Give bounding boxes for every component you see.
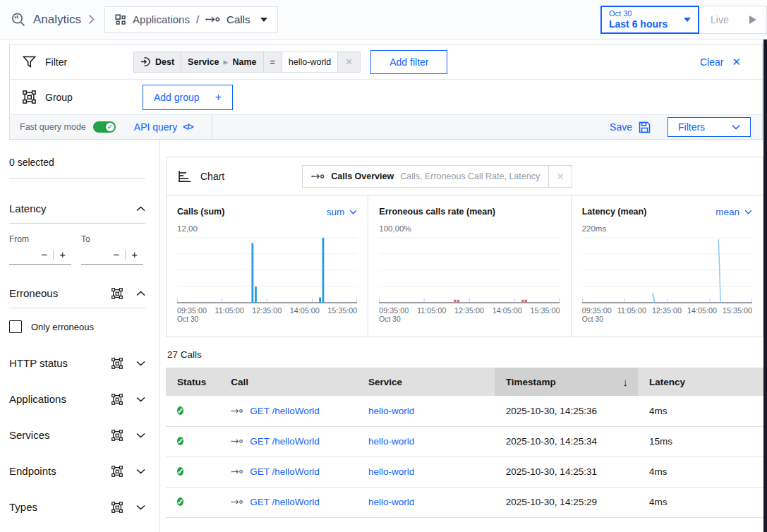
chevron-down-icon[interactable] xyxy=(136,504,145,510)
chevron-right-small-icon: ▶ xyxy=(224,59,229,66)
call-link[interactable]: GET /helloWorld xyxy=(250,497,320,507)
chart-chip-desc: Calls, Erroneous Call Rate, Latency xyxy=(400,171,540,181)
calls-arrow-icon xyxy=(205,16,220,23)
y-axis-max-label: 100,00% xyxy=(379,224,560,235)
divider xyxy=(9,308,145,308)
latency-chart-plot[interactable] xyxy=(582,235,752,304)
column-header-timestamp[interactable]: Timestamp ↓ xyxy=(495,368,638,396)
table-row[interactable]: ✓ GET /helloWorld hello-world 2025-10-30… xyxy=(166,426,763,457)
column-header-call[interactable]: Call xyxy=(219,368,357,396)
x-tick-label: 12:35:00 xyxy=(652,306,682,315)
increment-icon[interactable]: + xyxy=(126,249,143,260)
table-row[interactable]: ✓ GET /helloWorld hello-world 2025-10-30… xyxy=(166,457,763,487)
sidebar-section-http-status[interactable]: HTTP status xyxy=(9,357,145,369)
add-group-button[interactable]: Add group + xyxy=(143,85,233,110)
erroneous-chart-plot[interactable] xyxy=(379,235,560,304)
latency-chart-title: Latency (mean) xyxy=(582,207,716,217)
group-icon[interactable] xyxy=(111,502,123,513)
column-header-latency[interactable]: Latency xyxy=(638,368,763,396)
calls-table: Status Call Service Timestamp ↓ Latency … xyxy=(166,368,763,518)
clear-label: Clear xyxy=(700,56,723,68)
aggregation-value: mean xyxy=(715,207,739,217)
plus-icon: + xyxy=(215,91,222,104)
save-button[interactable]: Save xyxy=(610,121,651,133)
add-filter-button[interactable]: Add filter xyxy=(370,50,447,74)
call-link[interactable]: GET /helloWorld xyxy=(250,436,320,447)
x-axis-labels: 09:35:0011:05:0012:35:0014:05:0015:35:00 xyxy=(177,306,357,315)
top-header: Analytics Applications / Calls Oct 30 La… xyxy=(0,0,767,40)
sidebar-section-types[interactable]: Types xyxy=(9,501,145,513)
chevron-up-icon[interactable] xyxy=(136,291,145,296)
breadcrumb-section: Applications xyxy=(133,13,190,25)
breadcrumb[interactable]: Applications / Calls xyxy=(104,6,278,33)
breadcrumb-slash: / xyxy=(196,13,199,25)
decrement-icon[interactable]: − xyxy=(35,249,53,260)
timestamp-cell: 2025-10-30, 14:25:29 xyxy=(495,487,638,517)
section-label: Services xyxy=(9,429,111,441)
filter-chip[interactable]: Dest Service ▶ Name = hello-world ✕ xyxy=(133,52,361,73)
service-link[interactable]: hello-world xyxy=(368,406,414,416)
x-tick-label: 15:35:00 xyxy=(531,306,560,315)
latency-cell: 15ms xyxy=(638,426,763,457)
chart-chip-remove-icon[interactable]: ✕ xyxy=(548,166,572,187)
erroneous-chart-title: Erroneous calls rate (mean) xyxy=(379,207,560,217)
only-erroneous-checkbox[interactable] xyxy=(9,320,22,333)
latency-from-input[interactable] xyxy=(11,250,35,260)
column-header-status[interactable]: Status xyxy=(166,368,219,396)
to-label: To xyxy=(81,234,143,244)
increment-icon[interactable]: + xyxy=(54,249,71,260)
filter-chip-value[interactable]: hello-world xyxy=(282,52,338,72)
clear-filters[interactable]: Clear ✕ xyxy=(700,56,741,68)
live-button[interactable]: Live xyxy=(699,6,767,34)
x-tick-label: 09:35:00 xyxy=(177,306,207,315)
sidebar-section-applications[interactable]: Applications xyxy=(9,393,145,405)
group-row: Group Add group + xyxy=(10,80,762,115)
chevron-down-icon[interactable] xyxy=(136,468,145,474)
latency-to-input[interactable] xyxy=(83,250,107,260)
service-link[interactable]: hello-world xyxy=(368,466,414,477)
sidebar-section-endpoints[interactable]: Endpoints xyxy=(9,465,145,477)
latency-aggregation-dropdown[interactable]: mean xyxy=(715,207,752,217)
group-icon[interactable] xyxy=(111,394,123,405)
sidebar-section-services[interactable]: Services xyxy=(9,429,145,441)
calls-chart-plot[interactable] xyxy=(177,235,357,304)
time-range-picker[interactable]: Oct 30 Last 6 hours xyxy=(600,6,699,34)
api-query-link[interactable]: API query </> xyxy=(134,121,193,133)
table-row[interactable]: ✓ GET /helloWorld hello-world 2025-10-30… xyxy=(166,487,763,517)
sidebar-section-latency[interactable]: Latency xyxy=(9,202,145,214)
fast-query-label: Fast query mode xyxy=(20,122,86,132)
fast-query-toggle[interactable]: ✓ xyxy=(93,121,116,133)
group-icon[interactable] xyxy=(111,358,123,369)
calls-chart-title: Calls (sum) xyxy=(177,207,327,217)
sidebar-section-erroneous[interactable]: Erroneous xyxy=(9,287,145,299)
group-icon[interactable] xyxy=(111,466,123,477)
filter-chip-key: Service ▶ Name xyxy=(181,52,263,72)
code-icon: </> xyxy=(183,122,193,132)
filters-dropdown-button[interactable]: Filters xyxy=(668,117,751,137)
time-picker-range: Last 6 hours xyxy=(609,18,680,30)
calls-count: 27 Calls xyxy=(167,349,763,360)
chevron-up-icon[interactable] xyxy=(136,206,145,212)
chevron-down-icon[interactable] xyxy=(136,397,145,402)
calls-aggregation-dropdown[interactable]: sum xyxy=(327,207,358,217)
calls-arrow-icon xyxy=(231,499,243,505)
calls-arrow-icon xyxy=(311,173,325,180)
column-header-service[interactable]: Service xyxy=(357,368,495,396)
sort-descending-icon[interactable]: ↓ xyxy=(623,376,629,388)
status-ok-icon: ✓ xyxy=(177,437,183,445)
chip-remove-icon[interactable]: ✕ xyxy=(338,52,360,72)
table-row[interactable]: ✓ GET /helloWorld hello-world 2025-10-30… xyxy=(166,396,763,426)
calls-arrow-icon xyxy=(231,408,243,414)
chevron-down-icon[interactable] xyxy=(136,361,145,366)
call-link[interactable]: GET /helloWorld xyxy=(250,466,320,477)
chevron-down-icon[interactable] xyxy=(136,433,145,438)
service-link[interactable]: hello-world xyxy=(368,497,414,507)
call-link[interactable]: GET /helloWorld xyxy=(250,406,320,416)
chart-chip-main[interactable]: Calls Overview Calls, Erroneous Call Rat… xyxy=(303,166,548,187)
decrement-icon[interactable]: − xyxy=(107,249,125,260)
filter-label: Filter xyxy=(45,56,67,68)
group-icon[interactable] xyxy=(111,288,123,299)
service-link[interactable]: hello-world xyxy=(368,436,414,447)
group-icon[interactable] xyxy=(111,430,123,441)
aggregation-value: sum xyxy=(327,207,345,217)
